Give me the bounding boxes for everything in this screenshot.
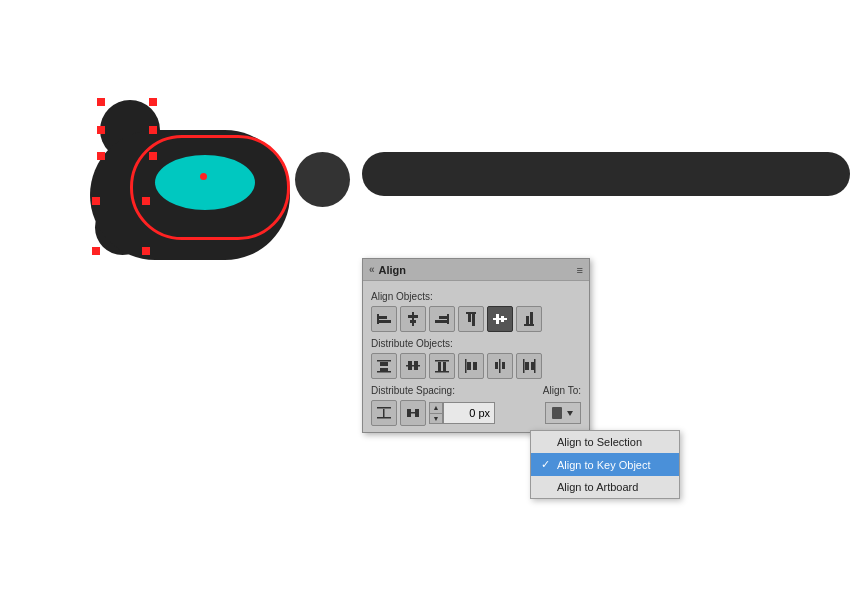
svg-rect-24	[414, 361, 418, 370]
align-right-btn[interactable]	[429, 306, 455, 332]
dist-center-v-btn[interactable]	[487, 353, 513, 379]
svg-rect-10	[468, 314, 471, 322]
oval-red-outline	[130, 135, 290, 240]
svg-rect-32	[499, 359, 501, 373]
handle-tl-midright	[149, 126, 157, 134]
svg-rect-1	[379, 316, 387, 319]
svg-rect-0	[377, 314, 379, 324]
handle-tl-midleft	[97, 126, 105, 134]
svg-rect-19	[380, 362, 388, 366]
svg-rect-12	[493, 318, 507, 320]
dropdown-item-key-object[interactable]: ✓ Align to Key Object	[531, 453, 679, 476]
svg-rect-28	[435, 371, 449, 373]
dropdown-item-selection[interactable]: Align to Selection	[531, 431, 679, 453]
svg-rect-16	[526, 316, 529, 324]
align-top-btn[interactable]	[458, 306, 484, 332]
panel-title-text: Align	[379, 264, 407, 276]
handle-bl-botleft	[92, 247, 100, 255]
handle-bl-topright	[142, 197, 150, 205]
svg-rect-2	[379, 320, 391, 323]
dist-left-btn[interactable]	[458, 353, 484, 379]
dropdown-item-artboard[interactable]: Align to Artboard	[531, 476, 679, 498]
svg-rect-3	[412, 312, 414, 326]
svg-rect-9	[466, 312, 476, 314]
handle-tl-botleft	[97, 152, 105, 160]
svg-rect-30	[467, 362, 471, 370]
handle-tl-botright	[149, 152, 157, 160]
distribute-objects-label: Distribute Objects:	[371, 338, 581, 349]
svg-rect-18	[377, 360, 391, 362]
align-objects-row	[371, 306, 581, 332]
spacing-section: Distribute Spacing:	[371, 385, 459, 396]
svg-rect-13	[496, 314, 499, 324]
svg-rect-44	[411, 412, 415, 414]
spacing-controls-row: ▲ ▼	[371, 400, 581, 426]
handle-tl-topright	[149, 98, 157, 106]
distribute-objects-row	[371, 353, 581, 379]
align-to-dropdown-menu: Align to Selection ✓ Align to Key Object…	[530, 430, 680, 499]
spacing-buttons: ▲ ▼	[371, 400, 495, 426]
svg-rect-6	[447, 314, 449, 324]
spacing-input-group: ▲ ▼	[429, 402, 495, 424]
svg-rect-40	[377, 417, 391, 419]
align-to-dropdown-btn[interactable]	[545, 402, 581, 424]
spinner-down[interactable]: ▼	[430, 414, 442, 424]
align-to-section: Align To:	[543, 385, 581, 396]
dist-right-btn[interactable]	[516, 353, 542, 379]
svg-rect-4	[408, 315, 418, 318]
dist-center-h-btn[interactable]	[400, 353, 426, 379]
svg-rect-31	[473, 362, 477, 370]
svg-rect-8	[435, 320, 447, 323]
svg-rect-23	[408, 361, 412, 370]
align-center-v-btn[interactable]	[487, 306, 513, 332]
align-bottom-btn[interactable]	[516, 306, 542, 332]
panel-titlebar: « Align ≡	[363, 259, 589, 281]
align-left-btn[interactable]	[371, 306, 397, 332]
spacing-vert-btn[interactable]	[371, 400, 397, 426]
align-to-dropdown-group	[545, 402, 581, 424]
checkmark-key-object: ✓	[541, 458, 551, 471]
handle-bl-topleft	[92, 197, 100, 205]
svg-rect-41	[383, 409, 385, 417]
svg-rect-29	[465, 359, 467, 373]
svg-rect-25	[435, 360, 449, 362]
spinner-up[interactable]: ▲	[430, 403, 442, 414]
svg-rect-21	[377, 371, 391, 373]
svg-rect-39	[377, 407, 391, 409]
panel-menu-icon[interactable]: ≡	[577, 264, 583, 276]
dropdown-item-key-object-label: Align to Key Object	[557, 459, 651, 471]
spinner-arrows[interactable]: ▲ ▼	[429, 402, 443, 424]
svg-rect-35	[523, 359, 525, 373]
small-dark-circle	[295, 152, 350, 207]
dist-bottom-btn[interactable]	[429, 353, 455, 379]
svg-rect-26	[438, 362, 441, 371]
svg-rect-34	[502, 362, 505, 369]
svg-rect-14	[501, 316, 504, 322]
svg-rect-42	[407, 409, 411, 417]
svg-rect-11	[472, 314, 475, 326]
svg-rect-15	[524, 324, 534, 326]
svg-rect-5	[410, 320, 416, 323]
svg-rect-45	[552, 407, 562, 419]
handle-bl-botright	[142, 247, 150, 255]
panel-body: Align Objects:	[363, 281, 589, 432]
dist-top-btn[interactable]	[371, 353, 397, 379]
distribute-spacing-label: Distribute Spacing:	[371, 385, 455, 396]
svg-rect-33	[495, 362, 498, 369]
spacing-row: Distribute Spacing: Align To:	[371, 385, 581, 396]
center-dot	[200, 173, 207, 180]
canvas-area: « Align ≡ Align Objects:	[0, 0, 850, 600]
svg-marker-46	[567, 411, 573, 416]
handle-tl-topleft	[97, 98, 105, 106]
svg-rect-43	[415, 409, 419, 417]
align-objects-label: Align Objects:	[371, 291, 581, 302]
toolbar-bar	[362, 152, 850, 196]
align-center-h-btn[interactable]	[400, 306, 426, 332]
dropdown-item-selection-label: Align to Selection	[557, 436, 642, 448]
svg-rect-38	[534, 359, 536, 373]
svg-rect-17	[530, 312, 533, 324]
spacing-input[interactable]	[443, 402, 495, 424]
spacing-horiz-btn[interactable]	[400, 400, 426, 426]
dropdown-item-artboard-label: Align to Artboard	[557, 481, 638, 493]
panel-collapse-icon[interactable]: «	[369, 264, 375, 275]
